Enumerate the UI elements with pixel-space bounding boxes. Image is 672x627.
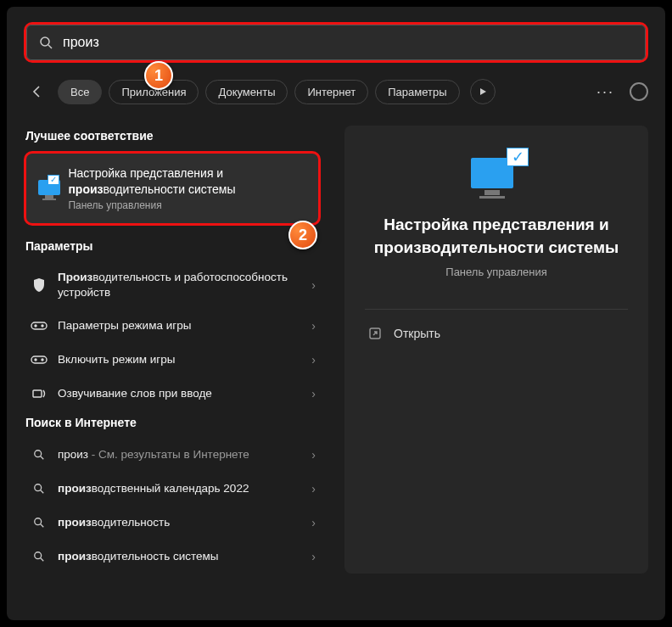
svg-point-15 xyxy=(35,552,42,559)
best-match-result[interactable]: Настройка представления и производительн… xyxy=(24,151,321,226)
svg-point-0 xyxy=(41,37,49,46)
open-icon xyxy=(368,327,382,340)
result-game-mode-settings[interactable]: Параметры режима игры › xyxy=(24,309,321,343)
svg-rect-2 xyxy=(31,322,47,329)
svg-point-13 xyxy=(35,518,42,525)
section-best-match: Лучшее соответствие xyxy=(25,129,321,143)
section-params: Параметры xyxy=(25,239,321,253)
annotation-1: 1 xyxy=(144,61,173,90)
audio-icon xyxy=(31,385,48,402)
preview-subtitle: Панель управления xyxy=(365,266,628,278)
open-action[interactable]: Открыть xyxy=(365,318,628,349)
search-icon xyxy=(39,36,53,49)
section-web: Поиск в Интернете xyxy=(25,416,321,429)
filter-all[interactable]: Все xyxy=(58,80,102,104)
open-label: Открыть xyxy=(394,327,440,340)
svg-point-11 xyxy=(35,484,42,491)
preview-panel: Настройка представления и производительн… xyxy=(344,126,648,574)
svg-point-9 xyxy=(35,451,42,457)
performance-settings-icon-large xyxy=(469,151,524,199)
chevron-right-icon: › xyxy=(311,448,316,462)
svg-point-4 xyxy=(42,325,43,327)
back-button[interactable] xyxy=(24,78,51,105)
svg-line-16 xyxy=(41,558,44,562)
web-result-calendar[interactable]: производственный календарь 2022 › xyxy=(24,472,321,506)
result-performance-health[interactable]: Производительность и работоспособность у… xyxy=(24,261,321,309)
filter-web[interactable]: Интернет xyxy=(294,80,368,104)
result-narrator-typing[interactable]: Озвучивание слов при вводе › xyxy=(24,377,321,411)
svg-line-1 xyxy=(48,45,52,48)
search-window: Все Приложения Документы Интернет Параме… xyxy=(7,7,665,620)
svg-point-3 xyxy=(35,325,36,327)
cortana-button[interactable] xyxy=(630,82,648,101)
web-result-performance[interactable]: производительность › xyxy=(24,506,321,540)
filter-row: Все Приложения Документы Интернет Параме… xyxy=(24,78,648,105)
overflow-menu[interactable]: ··· xyxy=(596,83,614,101)
web-result-system-performance[interactable]: производительность системы › xyxy=(24,540,321,574)
preview-title: Настройка представления и производительн… xyxy=(365,214,628,259)
results-column: Лучшее соответствие Настройка представле… xyxy=(24,124,321,574)
gamepad-icon xyxy=(31,351,48,368)
svg-point-7 xyxy=(42,359,43,361)
svg-rect-8 xyxy=(33,390,42,397)
chevron-right-icon: › xyxy=(311,387,316,400)
performance-settings-icon xyxy=(38,176,58,200)
result-enable-game-mode[interactable]: Включить режим игры › xyxy=(24,343,321,377)
more-filters-button[interactable] xyxy=(470,79,496,104)
svg-line-10 xyxy=(41,456,44,460)
search-icon xyxy=(31,480,48,497)
search-bar-highlight xyxy=(24,22,648,63)
best-match-text: Настройка представления и производительн… xyxy=(68,165,306,211)
search-bar[interactable] xyxy=(26,25,646,60)
chevron-right-icon: › xyxy=(311,482,316,495)
svg-rect-5 xyxy=(31,356,47,363)
filter-docs[interactable]: Документы xyxy=(205,80,288,104)
search-icon xyxy=(31,446,48,463)
svg-line-12 xyxy=(41,490,44,494)
search-icon xyxy=(31,514,48,531)
chevron-right-icon: › xyxy=(311,353,316,367)
filter-settings[interactable]: Параметры xyxy=(375,80,459,104)
chevron-right-icon: › xyxy=(311,550,316,563)
web-result-generic[interactable]: произ - См. результаты в Интернете › xyxy=(24,438,321,472)
chevron-right-icon: › xyxy=(311,319,316,333)
search-icon xyxy=(31,548,48,565)
divider xyxy=(365,309,628,310)
svg-line-14 xyxy=(41,524,44,528)
gamepad-icon xyxy=(31,317,48,334)
chevron-right-icon: › xyxy=(311,516,316,529)
search-input[interactable] xyxy=(63,35,633,50)
shield-icon xyxy=(31,277,48,294)
svg-point-6 xyxy=(35,359,36,361)
chevron-right-icon: › xyxy=(311,278,316,292)
annotation-2: 2 xyxy=(288,221,317,249)
